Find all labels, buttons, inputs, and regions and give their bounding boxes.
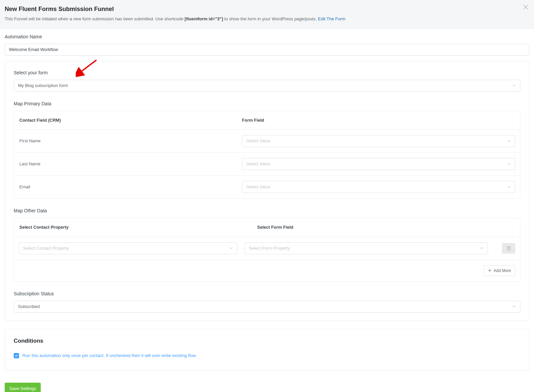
subscription-status-select[interactable]: Subscribed [14,301,520,313]
col-contact-property-header: Select Contact Property [14,218,252,237]
form-settings-card: Select your form My Blog subscription fo… [5,61,529,321]
automation-name-input[interactable] [5,44,529,56]
contact-field-label: Last Name [14,153,237,175]
chevron-down-icon [507,139,511,143]
subscription-status-label: Subscription Status [14,290,520,297]
map-other-table: Select Contact Property Select Form Fiel… [14,218,520,282]
form-field-select-first-name[interactable]: Select Value [242,135,515,147]
table-row: Last Name Select Value [14,153,520,176]
desc-text-post: to show the form in your WordPress page/… [223,16,318,21]
chevron-down-icon [480,246,484,250]
close-icon [523,5,528,9]
chevron-down-icon [512,84,516,87]
table-row: Email Select Value [14,176,520,198]
chevron-down-icon [507,162,511,166]
edit-form-link[interactable]: Edit The Form [318,16,345,21]
desc-shortcode: [fluentform id="3"] [185,16,223,21]
col-contact-header: Contact Field (CRM) [14,111,237,130]
form-field-select-last-name[interactable]: Select Value [242,158,515,170]
table-header-row: Select Contact Property Select Form Fiel… [14,218,520,237]
desc-text-pre: This Funnel will be initiated when a new… [5,16,185,21]
select-placeholder: Select Value [246,161,270,167]
save-settings-button[interactable]: Save Settings [5,383,41,392]
subscription-status-value: Subscribed [18,303,40,310]
form-field-select-email[interactable]: Select Value [242,181,515,193]
select-placeholder: Select Value [246,184,270,190]
select-form-label: Select your form [14,69,520,76]
map-primary-title: Map Primary Data [14,100,520,107]
plus-icon [488,269,492,272]
modal-footer: Save Settings [0,375,534,392]
form-property-select[interactable]: Select Form Property [245,242,488,254]
col-form-header: Form Field [237,111,520,130]
add-more-label: Add More [494,268,511,274]
table-row: Select Contact Property Select Form Prop… [14,237,520,260]
contact-field-label: Email [14,176,237,198]
select-form-value: My Blog subscription form [18,82,68,89]
page-description: This Funnel will be initiated when a new… [5,16,529,22]
page-title: New Fluent Forms Submission Funnel [5,5,529,14]
trash-icon [507,246,511,251]
table-footer: Add More [14,260,520,281]
delete-row-button[interactable] [502,243,515,254]
close-button[interactable] [522,3,529,11]
automation-name-label: Automation Name [5,33,529,40]
chevron-down-icon [512,305,516,308]
select-placeholder: Select Contact Property [23,245,69,252]
run-once-checkbox[interactable] [14,353,19,358]
select-form-dropdown[interactable]: My Blog subscription form [14,80,520,92]
select-placeholder: Select Form Property [249,245,290,252]
table-header-row: Contact Field (CRM) Form Field [14,111,520,130]
chevron-down-icon [507,185,511,189]
table-row: First Name Select Value [14,130,520,153]
map-other-title: Map Other Data [14,207,520,214]
contact-field-label: First Name [14,130,237,152]
col-form-field-header: Select Form Field [252,218,520,237]
conditions-title: Conditions [14,337,520,345]
chevron-down-icon [229,246,233,250]
modal-header: New Fluent Forms Submission Funnel This … [0,0,534,29]
conditions-card: Conditions Run this automation only once… [5,329,529,371]
check-icon [15,354,18,357]
contact-property-select[interactable]: Select Contact Property [19,242,237,254]
select-placeholder: Select Value [246,138,270,144]
add-more-button[interactable]: Add More [484,265,515,276]
map-primary-table: Contact Field (CRM) Form Field First Nam… [14,111,520,199]
run-once-label[interactable]: Run this automation only once per contac… [22,352,196,359]
